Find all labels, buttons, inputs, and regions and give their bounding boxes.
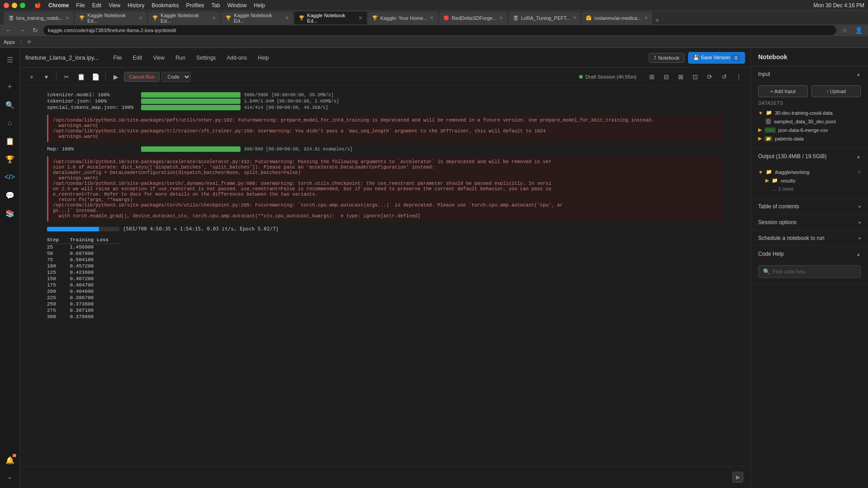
- back-button[interactable]: ←: [4, 27, 14, 34]
- toolbar-sep-2: [105, 72, 106, 81]
- dataset-name-3[interactable]: patients-data: [775, 136, 804, 141]
- url-input[interactable]: kaggle.com/code/rajp7383/finetune-llama-…: [43, 25, 836, 35]
- maximize-button[interactable]: [20, 3, 25, 8]
- sidebar-code-icon[interactable]: </>: [2, 169, 18, 185]
- dataset-name-json[interactable]: sampled_data_30_dec.jsonl: [774, 119, 836, 124]
- warning-output-1: /opt/conda/lib/python3.10/site-packages/…: [47, 115, 723, 142]
- code-help-search-box[interactable]: 🔍 Find code help: [758, 265, 861, 278]
- sidebar-add-icon[interactable]: +: [2, 79, 18, 95]
- profile-button[interactable]: 👤: [853, 27, 864, 34]
- cancel-run-button[interactable]: Cancel Run: [124, 72, 160, 82]
- output-path-name-1[interactable]: /kaggle/working: [775, 169, 809, 175]
- run-button[interactable]: ▶: [109, 71, 122, 83]
- toc-section-header[interactable]: Table of contents ▾: [751, 199, 868, 214]
- sidebar-notification-icon[interactable]: 🔔 25: [2, 452, 18, 468]
- sidebar-search-icon[interactable]: 🔍: [2, 97, 18, 113]
- sidebar-collapse-icon[interactable]: ⌄: [2, 468, 18, 484]
- folder-icon-3: ▶: [758, 127, 762, 133]
- help-menu[interactable]: Help: [254, 2, 265, 9]
- tab-1[interactable]: 📓lora_training_noteb...✕: [4, 12, 74, 24]
- bookmarks-apps[interactable]: Apps: [4, 39, 15, 45]
- cut-button[interactable]: ✂: [60, 71, 73, 83]
- table-cell: 0.404600: [70, 288, 119, 295]
- paste-button[interactable]: 📄: [89, 71, 102, 83]
- toolbar-icon-4[interactable]: ⊡: [689, 71, 702, 83]
- window-menu[interactable]: Window: [227, 2, 247, 9]
- output-path-name-results[interactable]: results: [781, 178, 795, 183]
- dataset-name-1[interactable]: 30-dec-training-covid-data: [775, 110, 833, 116]
- table-cell: 300: [47, 314, 70, 320]
- profiles-menu[interactable]: Profiles: [186, 2, 204, 9]
- tab-4[interactable]: 🏆Kaggle Notebook Ed...✕: [221, 12, 293, 24]
- code-help-header[interactable]: Code Help ▲: [751, 246, 868, 262]
- sidebar-recent-icon[interactable]: 📋: [2, 133, 18, 149]
- edit-menu[interactable]: Edit: [92, 2, 102, 9]
- tab-8[interactable]: 📓LoRA_Tuning_PEFT...✕: [508, 12, 580, 24]
- cell-type-dropdown[interactable]: ▾: [40, 71, 52, 83]
- view-menu[interactable]: View: [108, 2, 120, 9]
- sidebar-learn-icon[interactable]: 📚: [2, 205, 18, 221]
- settings-menu-item[interactable]: Settings: [193, 53, 219, 63]
- toc-chevron-icon: ▾: [859, 204, 861, 209]
- file-menu[interactable]: File: [76, 2, 85, 9]
- addons-menu-item[interactable]: Add-ons: [223, 53, 251, 63]
- session-section-header[interactable]: Session options ▾: [751, 215, 868, 230]
- history-menu[interactable]: History: [127, 2, 144, 9]
- tab-5-active[interactable]: 🏆Kaggle Notebook Ed...✕: [294, 12, 367, 24]
- tab-9[interactable]: 🤗ruslanmv/ai-medica...✕: [581, 12, 652, 24]
- add-input-button[interactable]: + Add Input: [758, 85, 808, 97]
- save-version-button[interactable]: 💾 Save Version 0: [688, 52, 745, 64]
- tab-menu[interactable]: Tab: [212, 2, 220, 9]
- edit-menu-item[interactable]: Edit: [129, 53, 146, 63]
- forward-button[interactable]: →: [17, 27, 27, 34]
- folder-icon-1: ▼: [758, 110, 763, 116]
- apple-menu[interactable]: 🍎: [34, 2, 41, 9]
- dataset-name-2[interactable]: json-data-6-merge-csv: [778, 127, 828, 133]
- restart-button[interactable]: ⟳: [703, 71, 716, 83]
- reload-button[interactable]: ↻: [31, 27, 40, 34]
- sidebar-competitions-icon[interactable]: 🏆: [2, 151, 18, 167]
- traffic-lights[interactable]: [4, 3, 25, 8]
- table-cell: 1.456900: [70, 244, 119, 251]
- view-menu-item[interactable]: View: [149, 53, 168, 63]
- refresh-button[interactable]: ↺: [718, 71, 731, 83]
- expand-output-button[interactable]: ▶: [732, 472, 743, 483]
- new-tab-button[interactable]: +: [655, 16, 659, 24]
- output-section-header[interactable]: Output (130.4MiB / 19.5GiB) ▲: [751, 149, 868, 164]
- tab-3[interactable]: 🏆Kaggle Notebook Ed...✕: [148, 12, 220, 24]
- run-menu-item[interactable]: Run: [172, 53, 189, 63]
- share-button[interactable]: ⤴ Notebook: [649, 53, 684, 63]
- output-folder-icon: 📁: [766, 169, 772, 175]
- input-section-header[interactable]: Input ▲: [751, 66, 868, 82]
- copy-button[interactable]: 📋: [75, 71, 87, 83]
- minimize-button[interactable]: [12, 3, 17, 8]
- bookmarks-menu[interactable]: Bookmarks: [152, 2, 179, 9]
- url-text: kaggle.com/code/rajp7383/finetune-llama-…: [48, 28, 176, 33]
- tab-6[interactable]: 🏆Kaggle: Your Home...✕: [368, 12, 438, 24]
- input-section: Input ▲ + Add Input ↑ Upload DATASETS ▼ …: [751, 66, 868, 149]
- more-button[interactable]: ⋮: [732, 71, 745, 83]
- more-label[interactable]: ... 1 more: [773, 186, 793, 192]
- upload-button[interactable]: ↑ Upload: [811, 85, 861, 97]
- add-cell-button[interactable]: +: [25, 71, 38, 83]
- close-button[interactable]: [4, 3, 9, 8]
- sidebar-home-icon[interactable]: ⌂: [2, 115, 18, 131]
- help-menu-item[interactable]: Help: [254, 53, 273, 63]
- table-row: 1500.407200: [47, 276, 119, 282]
- schedule-section-header[interactable]: Schedule a notebook to run ▾: [751, 230, 868, 246]
- file-menu-item[interactable]: File: [109, 53, 125, 63]
- extensions-icon[interactable]: ⊕: [27, 39, 31, 45]
- app-name[interactable]: Chrome: [48, 2, 69, 9]
- bookmark-button[interactable]: ☆: [840, 27, 849, 34]
- sidebar-discuss-icon[interactable]: 💬: [2, 187, 18, 203]
- tab-2[interactable]: 🏆Kaggle Notebook Ed...✕: [75, 12, 147, 24]
- col-loss: Training Loss: [70, 236, 119, 244]
- tab-7[interactable]: 🔴RedDeltaSDForge...✕: [439, 12, 507, 24]
- output-refresh-icon[interactable]: ↺: [857, 169, 861, 174]
- table-row: 500.687800: [47, 250, 119, 257]
- toolbar-icon-2[interactable]: ⊟: [660, 71, 673, 83]
- sidebar-menu-icon[interactable]: ☰: [2, 52, 18, 68]
- toolbar-icon-3[interactable]: ⊠: [675, 71, 687, 83]
- toolbar-icon-1[interactable]: ⊞: [646, 71, 658, 83]
- cell-type-select[interactable]: Code: [161, 72, 191, 82]
